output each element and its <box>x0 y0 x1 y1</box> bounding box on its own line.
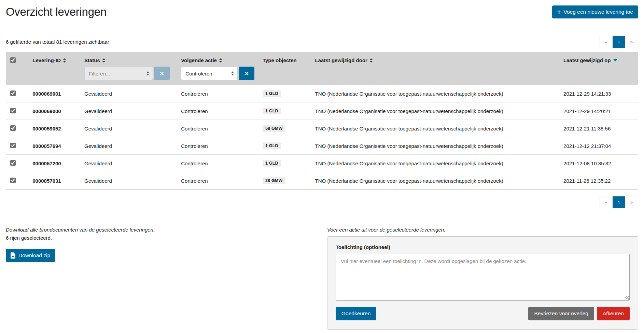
add-levering-label: Voeg een nieuwe levering toe <box>564 9 633 15</box>
sort-laatst-gewijzigd-door[interactable]: Laatst gewijzigd door <box>315 57 373 63</box>
header-levering-id-label: Levering-ID <box>32 57 61 63</box>
header-laatst-gewijzigd-op-label: Laatst gewijzigd op <box>563 57 611 63</box>
cell-volgende-actie: Controleren <box>181 102 263 120</box>
sort-volgende-actie[interactable]: Volgende actie <box>181 57 222 63</box>
status-filter-row: Filteren... ✕ <box>84 67 181 80</box>
type-objecten-badge: 1 GLD <box>263 90 281 97</box>
header-volgende-actie: Volgende actie Controleren ✕ <box>181 52 263 85</box>
status-filter-select[interactable]: Filteren... <box>84 67 153 80</box>
row-checkbox[interactable] <box>10 178 16 183</box>
row-checkbox-cell <box>6 155 33 172</box>
volgende-actie-filter-clear-button[interactable]: ✕ <box>239 67 254 80</box>
header-laatst-gewijzigd-door: Laatst gewijzigd door <box>315 52 563 85</box>
cell-laatst-gewijzigd-door: TNO (Nederlandse Organisatie voor toegep… <box>315 137 563 155</box>
row-checkbox-cell <box>6 172 33 190</box>
cell-status: Gevalideerd <box>84 120 181 137</box>
header-checkbox-cell <box>6 52 33 85</box>
cell-status: Gevalideerd <box>84 155 181 172</box>
volgende-actie-filter-row: Controleren ✕ <box>181 67 263 80</box>
row-checkbox[interactable] <box>10 160 16 166</box>
cell-levering-id: 0000059052 <box>32 120 84 137</box>
pagination-next-button[interactable]: » <box>625 196 638 208</box>
pagination-top: « 1 » <box>600 36 638 48</box>
select-all-checkbox[interactable] <box>10 57 16 63</box>
table-row[interactable]: 0000057694 Gevalideerd Controleren 1 GLD… <box>6 137 638 155</box>
cell-volgende-actie: Controleren <box>181 172 263 190</box>
sort-status[interactable]: Status <box>84 57 106 63</box>
table-body: 0000069001 Gevalideerd Controleren 1 GLD… <box>6 85 638 190</box>
volgende-actie-filter-value: Controleren <box>185 71 212 77</box>
select-updown-icon <box>231 71 234 75</box>
row-checkbox-cell <box>6 137 33 155</box>
filter-summary: 6 gefilterde van totaal 81 leveringen zi… <box>6 39 109 45</box>
pager: « 1 » <box>600 196 638 208</box>
goedkeuren-button[interactable]: Goedkeuren <box>336 307 376 320</box>
pagination-bottom: « 1 » <box>6 196 638 208</box>
cell-laatst-gewijzigd-op: 2021-12-21 11:38:56 <box>563 120 638 137</box>
type-objecten-badge: 1 GLD <box>263 142 281 149</box>
volgende-actie-filter-select[interactable]: Controleren <box>181 67 238 80</box>
footer: Download alle brondocumenten van de gese… <box>6 227 638 330</box>
table-row[interactable]: 0000057200 Gevalideerd Controleren 1 GLD… <box>6 155 638 172</box>
cell-status: Gevalideerd <box>84 137 181 155</box>
pagination-prev-button[interactable]: « <box>600 196 613 208</box>
sort-levering-id[interactable]: Levering-ID <box>32 57 66 63</box>
cell-laatst-gewijzigd-door: TNO (Nederlandse Organisatie voor toegep… <box>315 120 563 137</box>
sort-icon <box>63 58 66 63</box>
add-levering-button[interactable]: + Voeg een nieuwe levering toe <box>552 5 639 18</box>
toelichting-textarea[interactable] <box>336 254 630 301</box>
table-row[interactable]: 0000069001 Gevalideerd Controleren 1 GLD… <box>6 85 638 102</box>
cell-laatst-gewijzigd-op: 2021-12-29 14:21:33 <box>563 85 638 102</box>
status-filter-clear-button[interactable]: ✕ <box>154 67 170 80</box>
row-checkbox-cell <box>6 120 33 137</box>
pager: « 1 » <box>600 36 638 48</box>
type-objecten-badge: 1 GLD <box>263 108 281 114</box>
header-volgende-actie-label: Volgende actie <box>181 57 217 63</box>
cell-laatst-gewijzigd-op: 2021-11-26 12:35:22 <box>563 172 638 190</box>
cell-levering-id: 0000057031 <box>32 172 84 190</box>
row-checkbox[interactable] <box>10 143 16 148</box>
cell-volgende-actie: Controleren <box>181 120 263 137</box>
cell-laatst-gewijzigd-op: 2021-12-12 21:37:04 <box>563 137 638 155</box>
cell-laatst-gewijzigd-door: TNO (Nederlandse Organisatie voor toegep… <box>315 85 563 102</box>
cell-type-objecten: 28 GMW <box>263 172 315 190</box>
table-row[interactable]: 0000057031 Gevalideerd Controleren 28 GM… <box>6 172 638 190</box>
cell-volgende-actie: Controleren <box>181 155 263 172</box>
pagination-page-1[interactable]: 1 <box>613 196 625 208</box>
cell-type-objecten: 1 GLD <box>263 85 315 102</box>
header-levering-id: Levering-ID <box>32 52 84 85</box>
type-objecten-badge: 28 GMW <box>263 177 285 184</box>
page-title: Overzicht leveringen <box>6 5 107 18</box>
download-zip-button[interactable]: Download zip <box>6 249 55 262</box>
row-checkbox[interactable] <box>10 108 16 113</box>
select-updown-icon <box>146 71 149 75</box>
table-header-row: Levering-ID Status Filteren... ✕ <box>6 52 638 85</box>
table-row[interactable]: 0000069000 Gevalideerd Controleren 1 GLD… <box>6 102 638 120</box>
header-laatst-gewijzigd-door-label: Laatst gewijzigd door <box>315 57 367 63</box>
download-zip-label: Download zip <box>18 252 50 259</box>
pagination-next-button[interactable]: » <box>625 36 638 48</box>
selected-count: 6 rijen geselecteerd. <box>6 235 327 241</box>
table-row[interactable]: 0000059052 Gevalideerd Controleren 58 GM… <box>6 120 638 137</box>
header-type-objecten-label: Type objecten <box>263 57 297 63</box>
topbar: Overzicht leveringen + Voeg een nieuwe l… <box>6 0 638 18</box>
bevriezen-button[interactable]: Bevriezen voor overleg <box>528 307 594 320</box>
toelichting-wrapper <box>336 254 630 301</box>
row-checkbox[interactable] <box>10 125 16 131</box>
cell-laatst-gewijzigd-op: 2021-12-29 14:20:21 <box>563 102 638 120</box>
cell-status: Gevalideerd <box>84 172 181 190</box>
cell-type-objecten: 1 GLD <box>263 137 315 155</box>
type-objecten-badge: 1 GLD <box>263 160 281 167</box>
download-file-icon <box>11 252 15 259</box>
pagination-prev-button[interactable]: « <box>600 36 613 48</box>
sort-laatst-gewijzigd-op[interactable]: Laatst gewijzigd op <box>563 57 617 63</box>
header-type-objecten: Type objecten <box>263 52 315 85</box>
row-checkbox[interactable] <box>10 91 16 96</box>
afkeuren-button[interactable]: Afkeuren <box>597 307 630 320</box>
action-section: Voer een actie uit voor de geselecteerde… <box>327 227 638 330</box>
cell-type-objecten: 1 GLD <box>263 155 315 172</box>
type-objecten-badge: 58 GMW <box>263 125 285 132</box>
cell-status: Gevalideerd <box>84 85 181 102</box>
cell-laatst-gewijzigd-op: 2021-12-08 10:35:32 <box>563 155 638 172</box>
pagination-page-1[interactable]: 1 <box>613 36 625 48</box>
